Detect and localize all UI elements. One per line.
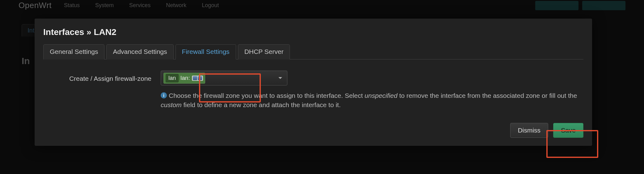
nav-links: Status System Services Network Logout bbox=[64, 2, 219, 9]
tab-advanced-settings[interactable]: Advanced Settings bbox=[106, 44, 173, 59]
zone-interfaces-icon bbox=[192, 76, 203, 81]
tab-general-settings[interactable]: General Settings bbox=[43, 44, 104, 59]
top-navbar: OpenWrt Status System Services Network L… bbox=[0, 0, 644, 11]
interface-edit-modal: Interfaces » LAN2 General Settings Advan… bbox=[35, 19, 592, 146]
help-text-part: to remove the interface from the associa… bbox=[397, 92, 577, 99]
nav-action-button-1[interactable] bbox=[535, 1, 578, 10]
iface-pill-icon bbox=[198, 76, 202, 80]
zone-chip-lan: lan lan: bbox=[163, 73, 205, 84]
nav-link-system[interactable]: System bbox=[95, 2, 114, 9]
info-icon: i bbox=[161, 92, 167, 98]
nav-right-buttons bbox=[535, 1, 625, 10]
nav-link-services[interactable]: Services bbox=[129, 2, 150, 9]
background-heading: In bbox=[22, 56, 30, 66]
firewall-zone-dropdown[interactable]: lan lan: bbox=[161, 71, 287, 85]
firewall-zone-control-wrap: lan lan: iChoose the firewall zone you w… bbox=[161, 71, 583, 110]
nav-link-logout[interactable]: Logout bbox=[202, 2, 219, 9]
chevron-down-icon bbox=[278, 77, 282, 79]
help-text-part: Choose the firewall zone you want to ass… bbox=[169, 92, 365, 99]
nav-action-button-2[interactable] bbox=[582, 1, 625, 10]
nav-link-status[interactable]: Status bbox=[64, 2, 80, 9]
zone-badge: lan bbox=[166, 74, 179, 82]
dismiss-button[interactable]: Dismiss bbox=[510, 123, 549, 138]
zone-chip-label: lan: bbox=[180, 75, 190, 81]
firewall-zone-label: Create / Assign firewall-zone bbox=[43, 71, 161, 82]
modal-title: Interfaces » LAN2 bbox=[43, 27, 583, 37]
modal-footer: Dismiss Save bbox=[43, 123, 583, 138]
help-text-em: custom bbox=[161, 101, 182, 108]
iface-pill-icon bbox=[193, 76, 197, 80]
tab-firewall-settings[interactable]: Firewall Settings bbox=[176, 44, 236, 59]
save-button[interactable]: Save bbox=[553, 123, 583, 138]
help-text-em: unspecified bbox=[365, 92, 397, 99]
firewall-zone-help: iChoose the firewall zone you want to as… bbox=[161, 91, 583, 110]
nav-link-network[interactable]: Network bbox=[166, 2, 186, 9]
help-text-part: field to define a new zone and attach th… bbox=[182, 101, 341, 108]
modal-tabs: General Settings Advanced Settings Firew… bbox=[43, 44, 583, 59]
firewall-zone-row: Create / Assign firewall-zone lan lan: i… bbox=[43, 71, 583, 110]
brand-logo: OpenWrt bbox=[19, 1, 52, 10]
tab-dhcp-server[interactable]: DHCP Server bbox=[238, 44, 290, 59]
